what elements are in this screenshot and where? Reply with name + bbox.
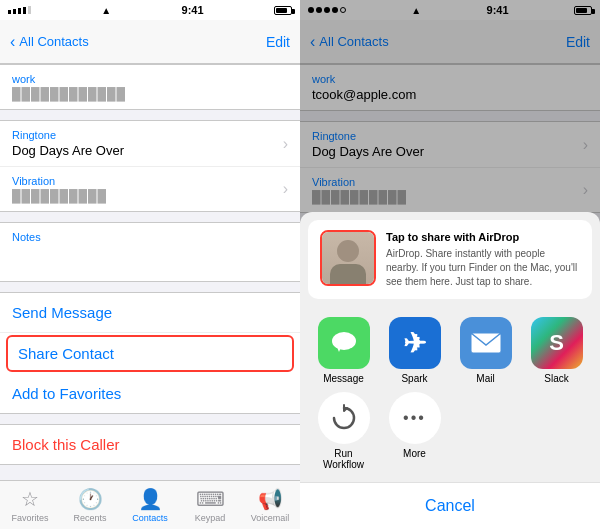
left-contact-content: work ████████████ Ringtone Dog Days Are … xyxy=(0,64,300,480)
left-work-row: work ████████████ xyxy=(0,65,300,109)
left-work-section: work ████████████ xyxy=(0,64,300,110)
right-panel: ▲ 9:41 ‹ All Contacts Edit work tcook@ap… xyxy=(300,0,600,529)
left-tab-favorites[interactable]: ☆ Favorites xyxy=(0,487,60,523)
recents-icon: 🕐 xyxy=(78,487,103,511)
slack-app-icon: S xyxy=(531,317,583,369)
share-app-message[interactable]: Message xyxy=(318,317,370,384)
spacer1 xyxy=(451,392,521,470)
wifi-icon: ▲ xyxy=(101,5,111,16)
airdrop-description: AirDrop. Share instantly with people nea… xyxy=(386,247,580,289)
share-sheet-overlay: Tap to share with AirDrop AirDrop. Share… xyxy=(300,0,600,529)
left-block-section: Block this Caller xyxy=(0,424,300,465)
left-panel: ▲ 9:41 ‹ All Contacts Edit work ████████… xyxy=(0,0,300,529)
slack-app-label: Slack xyxy=(544,373,568,384)
chevron-left-icon: ‹ xyxy=(10,33,15,51)
left-work-label: work xyxy=(12,73,288,85)
left-tab-voicemail-label: Voicemail xyxy=(251,513,290,523)
left-ringtone-row[interactable]: Ringtone Dog Days Are Over › xyxy=(0,121,300,167)
contacts-icon: 👤 xyxy=(138,487,163,511)
left-vibration-inner: Vibration ██████████ xyxy=(12,175,107,203)
left-tab-keypad-label: Keypad xyxy=(195,513,226,523)
signal-icon xyxy=(8,6,31,14)
left-tab-keypad[interactable]: ⌨ Keypad xyxy=(180,487,240,523)
left-tab-voicemail[interactable]: 📢 Voicemail xyxy=(240,487,300,523)
left-tab-recents-label: Recents xyxy=(73,513,106,523)
left-vibration-arrow: › xyxy=(283,180,288,198)
voicemail-icon: 📢 xyxy=(258,487,283,511)
share-app-slack[interactable]: S Slack xyxy=(531,317,583,384)
left-notes-section: Notes xyxy=(0,222,300,282)
left-back-label: All Contacts xyxy=(19,34,88,49)
favorites-icon: ☆ xyxy=(21,487,39,511)
battery-icon xyxy=(274,6,292,15)
avatar-silhouette xyxy=(322,232,374,284)
left-battery-area xyxy=(274,6,292,15)
left-share-contact[interactable]: Share Contact xyxy=(6,335,294,372)
left-tab-contacts[interactable]: 👤 Contacts xyxy=(120,487,180,523)
share-apps-row: Message ✈ Spark Mail xyxy=(300,307,600,388)
share-app-spark[interactable]: ✈ Spark xyxy=(389,317,441,384)
left-ringtone-section: Ringtone Dog Days Are Over › Vibration █… xyxy=(0,120,300,212)
left-tab-bar: ☆ Favorites 🕐 Recents 👤 Contacts ⌨ Keypa… xyxy=(0,480,300,529)
airdrop-text-area: Tap to share with AirDrop AirDrop. Share… xyxy=(386,230,580,289)
cancel-button[interactable]: Cancel xyxy=(300,482,600,529)
left-actions-section: Send Message Share Contact Add to Favori… xyxy=(0,292,300,414)
left-notes-label: Notes xyxy=(12,231,288,243)
left-back-button[interactable]: ‹ All Contacts xyxy=(10,33,89,51)
spark-app-icon: ✈ xyxy=(389,317,441,369)
left-tab-contacts-label: Contacts xyxy=(132,513,168,523)
spark-app-label: Spark xyxy=(401,373,427,384)
share-app-mail[interactable]: Mail xyxy=(460,317,512,384)
message-app-label: Message xyxy=(323,373,364,384)
messages-icon-svg xyxy=(329,328,359,358)
workflow-icon xyxy=(318,392,370,444)
svg-point-0 xyxy=(332,332,356,350)
share-action-more[interactable]: ••• More xyxy=(380,392,450,470)
left-ringtone-arrow: › xyxy=(283,135,288,153)
left-tab-recents[interactable]: 🕐 Recents xyxy=(60,487,120,523)
spacer2 xyxy=(522,392,592,470)
left-edit-button[interactable]: Edit xyxy=(266,34,290,50)
left-work-value: ████████████ xyxy=(12,87,288,101)
left-vibration-row[interactable]: Vibration ██████████ › xyxy=(0,167,300,211)
left-vibration-label: Vibration xyxy=(12,175,107,187)
left-add-favorites[interactable]: Add to Favorites xyxy=(0,374,300,413)
left-ringtone-value: Dog Days Are Over xyxy=(12,143,124,158)
avatar-body xyxy=(330,264,366,284)
messages-app-icon xyxy=(318,317,370,369)
keypad-icon: ⌨ xyxy=(196,487,225,511)
left-block-caller[interactable]: Block this Caller xyxy=(0,425,300,464)
more-icon: ••• xyxy=(389,392,441,444)
left-ringtone-inner: Ringtone Dog Days Are Over xyxy=(12,129,124,158)
airdrop-section: Tap to share with AirDrop AirDrop. Share… xyxy=(308,220,592,299)
mail-icon-svg xyxy=(470,332,502,354)
contact-avatar xyxy=(320,230,376,286)
mail-app-icon xyxy=(460,317,512,369)
avatar-head xyxy=(337,240,359,262)
share-sheet: Tap to share with AirDrop AirDrop. Share… xyxy=(300,212,600,529)
airdrop-title: Tap to share with AirDrop xyxy=(386,230,580,245)
left-tab-favorites-label: Favorites xyxy=(11,513,48,523)
share-actions-row: Run Workflow ••• More xyxy=(300,388,600,478)
left-nav-bar: ‹ All Contacts Edit xyxy=(0,20,300,64)
left-status-bar: ▲ 9:41 xyxy=(0,0,300,20)
share-action-workflow[interactable]: Run Workflow xyxy=(309,392,379,470)
left-ringtone-label: Ringtone xyxy=(12,129,124,141)
mail-app-label: Mail xyxy=(476,373,494,384)
left-time: 9:41 xyxy=(182,4,204,16)
more-label: More xyxy=(403,448,426,459)
workflow-svg xyxy=(330,404,358,432)
left-vibration-value: ██████████ xyxy=(12,189,107,203)
workflow-label: Run Workflow xyxy=(323,448,364,470)
left-send-message[interactable]: Send Message xyxy=(0,293,300,333)
